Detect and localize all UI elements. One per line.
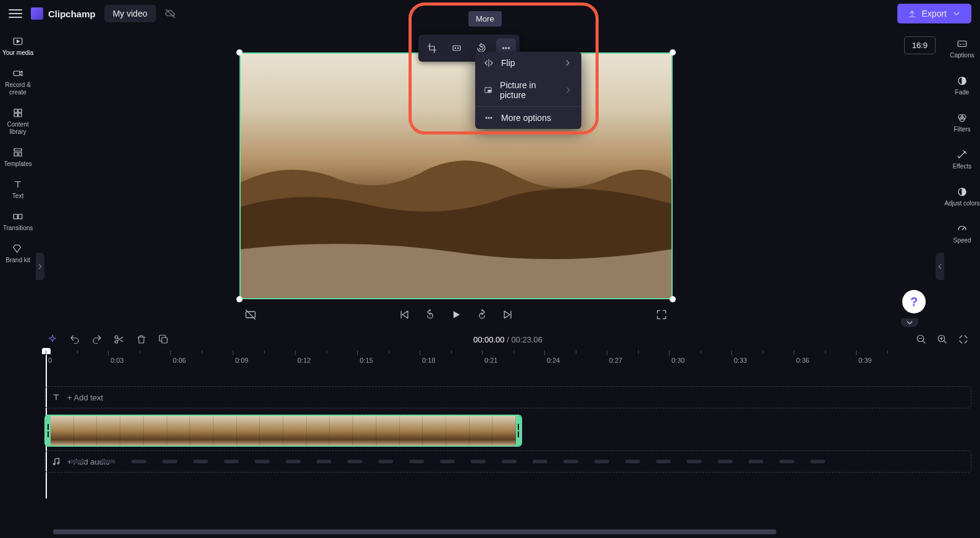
svg-rect-9: [14, 214, 17, 219]
left-rail: Your media Record & create Content libra…: [0, 27, 36, 538]
ruler-label: 0:12: [297, 357, 310, 364]
ruler-label: 0:03: [110, 357, 123, 364]
ruler-label: 0:39: [858, 357, 871, 364]
ruler-subtick: [513, 350, 514, 354]
sidebar-item-content-library[interactable]: Content library: [0, 104, 37, 139]
ai-button[interactable]: [47, 334, 58, 345]
playhead-handle[interactable]: [42, 348, 51, 354]
right-rail-collapse-button[interactable]: [936, 253, 944, 280]
ruler-tick: [731, 350, 732, 355]
svg-point-25: [486, 117, 487, 118]
menu-item-flip[interactable]: Flip: [475, 52, 581, 74]
ruler-subtick: [389, 350, 389, 354]
sidebar-item-filters[interactable]: Filters: [943, 106, 980, 139]
chevron-right-icon: [563, 58, 573, 68]
preview-frame: [239, 52, 673, 299]
chevron-down-icon: [905, 318, 915, 328]
undo-button[interactable]: [69, 334, 80, 345]
svg-rect-3: [19, 109, 22, 112]
svg-point-35: [57, 462, 59, 464]
remove-watermark-button[interactable]: [244, 308, 257, 321]
split-button[interactable]: [114, 334, 125, 345]
logo-mark-icon: [31, 7, 43, 20]
zoom-in-button[interactable]: [937, 334, 948, 345]
crop-button[interactable]: [422, 38, 442, 58]
scrollbar-thumb[interactable]: [53, 529, 776, 534]
resize-handle-tr[interactable]: [670, 49, 676, 56]
more-tooltip: More: [468, 11, 502, 27]
effects-icon: [957, 149, 968, 160]
app-name: Clipchamp: [48, 9, 96, 19]
ruler-subtick: [326, 350, 327, 354]
menu-button[interactable]: [9, 9, 22, 18]
rewind-button[interactable]: [424, 308, 436, 321]
clip-handle-left[interactable]: [46, 416, 51, 445]
undo-icon: [69, 334, 80, 345]
panel-collapse-button[interactable]: [901, 318, 918, 327]
forward-button[interactable]: [476, 308, 488, 321]
app-logo[interactable]: Clipchamp: [31, 7, 96, 20]
time-display: 00:00.00 / 00:23.06: [473, 335, 542, 344]
menu-item-pip[interactable]: Picture in picture: [475, 74, 581, 106]
svg-rect-31: [162, 337, 167, 343]
ruler-tick: [233, 350, 233, 355]
sidebar-item-speed[interactable]: Speed: [943, 217, 980, 250]
sidebar-item-adjust-colors[interactable]: Adjust colors: [943, 180, 980, 213]
delete-button[interactable]: [136, 334, 147, 345]
clip-handle-right[interactable]: [516, 416, 521, 445]
camera-icon: [12, 68, 23, 79]
ruler-tick: [482, 350, 483, 355]
resize-handle-bl[interactable]: [236, 296, 243, 302]
play-button[interactable]: [450, 308, 462, 321]
sidebar-item-your-media[interactable]: Your media: [0, 32, 37, 60]
timeline: 00:00.00 / 00:23.06 00:030:060:090:120:1…: [36, 328, 980, 538]
ruler-tick: [420, 350, 420, 355]
sidebar-item-effects[interactable]: Effects: [943, 143, 980, 176]
preview-canvas[interactable]: [239, 52, 673, 299]
menu-item-more-options[interactable]: More options: [475, 107, 581, 129]
skip-forward-button[interactable]: [502, 308, 514, 321]
zoom-fit-button[interactable]: [958, 334, 969, 345]
zoom-out-button[interactable]: [916, 334, 927, 345]
sidebar-item-brand-kit[interactable]: Brand kit: [0, 239, 37, 268]
sidebar-item-text[interactable]: Text: [0, 175, 37, 204]
project-title[interactable]: My video: [104, 5, 156, 22]
fill-icon: [451, 43, 462, 54]
zoom-in-icon: [937, 334, 948, 345]
video-track[interactable]: [44, 415, 971, 444]
chevron-right-icon: [36, 262, 44, 271]
sidebar-item-templates[interactable]: Templates: [0, 143, 37, 172]
rewind-icon: [424, 308, 436, 321]
copy-icon: [158, 334, 169, 345]
copy-button[interactable]: [158, 334, 169, 345]
resize-handle-tl[interactable]: [236, 49, 243, 56]
svg-rect-6: [14, 149, 22, 151]
aspect-ratio-button[interactable]: 16:9: [904, 36, 936, 54]
ruler-subtick: [763, 350, 763, 354]
sidebar-item-record-create[interactable]: Record & create: [0, 64, 37, 100]
timeline-ruler[interactable]: 00:030:060:090:120:150:180:210:240:270:3…: [44, 350, 971, 366]
export-label: Export: [922, 9, 947, 19]
help-button[interactable]: ?: [902, 290, 926, 313]
ruler-subtick: [576, 350, 576, 354]
timeline-scrollbar[interactable]: [53, 529, 776, 534]
fullscreen-button[interactable]: [655, 308, 668, 321]
flip-icon: [484, 58, 494, 68]
sidebar-item-fade[interactable]: Fade: [943, 69, 980, 102]
text-track-placeholder[interactable]: + Add text: [44, 386, 971, 408]
svg-point-27: [491, 117, 492, 118]
cloud-sync-icon[interactable]: [165, 8, 176, 19]
left-rail-expand-button[interactable]: [36, 253, 44, 280]
sidebar-item-transitions[interactable]: Transitions: [0, 207, 37, 236]
svg-point-34: [53, 463, 55, 465]
sidebar-item-captions[interactable]: Captions: [943, 32, 980, 65]
svg-rect-17: [453, 46, 460, 51]
export-button[interactable]: Export: [897, 4, 971, 23]
skip-back-button[interactable]: [398, 308, 410, 321]
redo-button[interactable]: [91, 334, 102, 345]
resize-handle-br[interactable]: [670, 296, 676, 302]
ruler-label: 0:09: [235, 357, 248, 364]
video-clip[interactable]: [44, 415, 522, 447]
fill-button[interactable]: [447, 38, 467, 58]
audio-track-placeholder[interactable]: + Add audio: [44, 450, 971, 473]
